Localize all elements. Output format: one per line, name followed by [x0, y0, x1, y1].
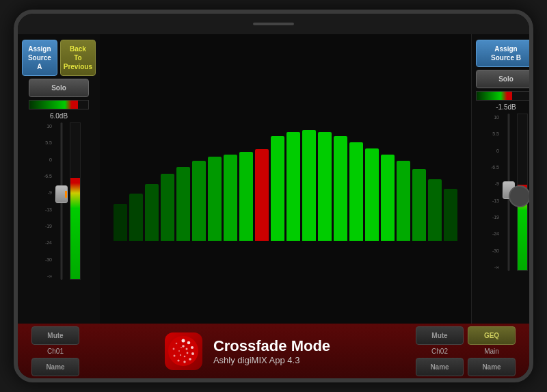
svg-point-11 — [183, 345, 185, 348]
assign-source-a-button[interactable]: Assign Source A — [22, 40, 57, 76]
bottom-left: Mute Ch01 Name — [31, 326, 79, 376]
channel-left-controls: Mute Ch01 Name — [31, 326, 79, 376]
back-to-previous-button[interactable]: Back To Previous — [60, 40, 96, 76]
mute-button-right[interactable]: Mute — [416, 326, 464, 345]
name-button-main[interactable]: Name — [468, 358, 516, 376]
svg-point-5 — [189, 358, 192, 361]
bottom-center: Crossfade Mode Ashly digiMIX App 4.3 — [93, 332, 402, 370]
crossfader-display — [107, 111, 464, 248]
mute-button-left[interactable]: Mute — [31, 326, 79, 345]
top-bar — [18, 14, 529, 34]
ch01-label: Ch01 — [47, 348, 64, 355]
center-panel — [100, 34, 471, 324]
svg-point-8 — [174, 355, 176, 357]
channel-main-controls: GEQ Main Name — [468, 326, 516, 376]
left-panel: Assign Source A Back To Previous Solo 6.… — [18, 34, 100, 324]
svg-point-10 — [176, 343, 178, 345]
svg-point-4 — [191, 352, 194, 355]
svg-point-15 — [180, 354, 181, 356]
svg-point-13 — [187, 352, 189, 354]
level-meter-left — [29, 100, 89, 109]
right-panel-b: Assign Source B Solo -1.5dB 105.50-6.5-9… — [471, 34, 529, 324]
ch02-label: Ch02 — [431, 348, 448, 355]
vu-meter-left — [70, 122, 81, 280]
app-title: Crossfade Mode — [213, 337, 330, 355]
svg-point-3 — [191, 346, 194, 349]
name-button-right[interactable]: Name — [416, 358, 464, 376]
svg-point-7 — [178, 359, 180, 361]
app-text: Crossfade Mode Ashly digiMIX App 4.3 — [213, 337, 330, 365]
main-label: Main — [484, 348, 499, 355]
svg-point-1 — [182, 339, 185, 343]
fader-left[interactable] — [55, 122, 68, 280]
app-icon — [165, 332, 202, 370]
channel-right-b-controls: Mute Ch02 Name — [416, 326, 464, 376]
level-db-right-b: -1.5dB — [476, 103, 529, 111]
svg-point-2 — [187, 341, 191, 345]
home-button[interactable] — [509, 185, 531, 207]
fader-vu-left: 105.50-6.5-9-13-19-24-30-∞ — [22, 122, 96, 280]
geq-button[interactable]: GEQ — [468, 326, 516, 345]
name-button-left[interactable]: Name — [31, 358, 79, 376]
assign-source-b-button[interactable]: Assign Source B — [476, 40, 529, 67]
level-meter-right-b — [476, 91, 529, 101]
bottom-bar: Mute Ch01 Name — [18, 324, 529, 378]
svg-point-9 — [173, 348, 175, 350]
app-subtitle: Ashly digiMIX App 4.3 — [213, 355, 330, 365]
bottom-right: Mute Ch02 Name GEQ Main Name — [416, 326, 516, 376]
svg-point-16 — [178, 350, 180, 352]
svg-point-17 — [181, 347, 182, 348]
level-db-left: 6.0dB — [29, 112, 89, 120]
solo-button-left[interactable]: Solo — [29, 79, 89, 97]
svg-point-14 — [184, 356, 186, 358]
svg-point-6 — [184, 361, 186, 363]
svg-point-12 — [186, 348, 188, 350]
solo-button-right[interactable]: Solo — [476, 70, 529, 88]
tablet-screen: Assign Source A Back To Previous Solo 6.… — [18, 14, 529, 378]
top-bar-indicator — [253, 23, 294, 25]
tablet: Assign Source A Back To Previous Solo 6.… — [14, 10, 533, 382]
